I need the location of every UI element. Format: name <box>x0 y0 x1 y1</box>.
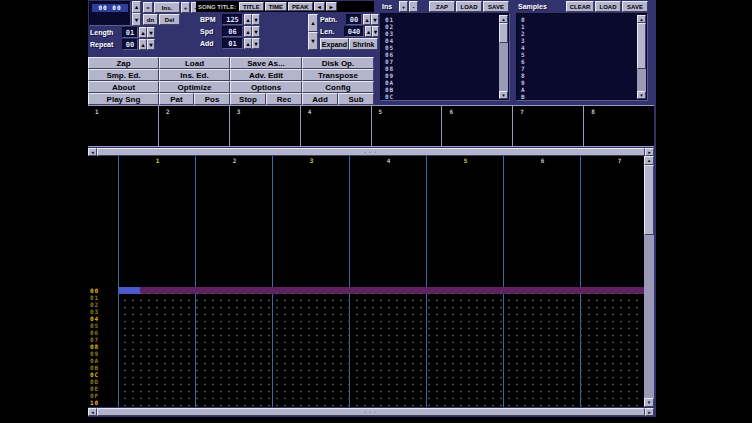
order-insert-button[interactable]: Ins. <box>154 2 180 13</box>
instrument-item[interactable]: 02 <box>385 23 394 30</box>
menu-smp-ed-button[interactable]: Smp. Ed. <box>88 69 159 81</box>
speed-down-button[interactable]: ▾ <box>252 26 260 37</box>
sample-item[interactable]: 8 <box>521 72 526 79</box>
menu-sub-button[interactable]: Sub <box>338 93 374 105</box>
sample-scroll-track[interactable] <box>637 23 646 91</box>
instrument-item[interactable]: 0B <box>385 86 394 93</box>
peak-tab-button[interactable]: PEAK <box>288 2 313 11</box>
instrument-scroll-thumb[interactable] <box>499 23 508 43</box>
tall-down-button[interactable]: ▾ <box>308 32 318 50</box>
title-next-button[interactable]: ▸ <box>326 2 337 11</box>
instrument-zap-button[interactable]: ZAP <box>429 1 455 12</box>
sample-item[interactable]: 2 <box>521 30 526 37</box>
pattern-number-down-button[interactable]: ▾ <box>371 14 379 25</box>
scroll-up-icon[interactable]: ▴ <box>644 156 654 165</box>
instrument-item[interactable]: 04 <box>385 37 394 44</box>
pattern-plus-button[interactable]: + <box>181 2 190 13</box>
order-scroll-down-button[interactable]: ▾ <box>132 13 141 26</box>
menu-play-position-button[interactable]: Pos <box>194 93 230 105</box>
title-prev-button[interactable]: ◂ <box>314 2 325 11</box>
menu-about-button[interactable]: About <box>88 81 159 93</box>
menu-transpose-button[interactable]: Transpose <box>302 69 374 81</box>
add-down-button[interactable]: ▾ <box>252 38 260 49</box>
channel-header[interactable]: 1 <box>119 157 196 165</box>
sample-item[interactable]: 7 <box>521 65 526 72</box>
instrument-item[interactable]: 0C <box>385 93 394 100</box>
repeat-up-button[interactable]: ▴ <box>139 39 147 50</box>
sample-list[interactable]: 0 1 2 3 4 5 6 7 8 9 A B ▴ ▾ <box>516 13 648 101</box>
scroll-up-icon[interactable]: ▴ <box>637 15 646 23</box>
menu-adv-edit-button[interactable]: Adv. Edit <box>230 69 302 81</box>
hscroll-thumb[interactable]: ··· <box>97 148 645 156</box>
tall-up-button[interactable]: ▴ <box>308 14 318 32</box>
menu-stop-button[interactable]: Stop <box>230 93 266 105</box>
instrument-item[interactable]: 01 <box>385 16 394 23</box>
sample-item[interactable]: 1 <box>521 23 526 30</box>
channel-scope[interactable]: 4 <box>301 106 372 146</box>
channel-header[interactable]: 6 <box>504 157 581 165</box>
sample-item[interactable]: A <box>521 86 526 93</box>
menu-save-as-button[interactable]: Save As... <box>230 57 302 69</box>
channel-scope[interactable]: 1 <box>88 106 159 146</box>
bpm-up-button[interactable]: ▴ <box>244 14 252 25</box>
menu-record-button[interactable]: Rec <box>266 93 302 105</box>
sample-item[interactable]: 9 <box>521 79 526 86</box>
scroll-up-icon[interactable]: ▴ <box>499 15 508 23</box>
sample-item[interactable]: 5 <box>521 51 526 58</box>
instrument-load-button[interactable]: LOAD <box>456 1 482 12</box>
sample-save-button[interactable]: SAVE <box>622 1 648 12</box>
pattern-hscrollbar-bottom[interactable]: ◂ ··· ▸ <box>88 408 654 416</box>
menu-play-pattern-button[interactable]: Pat <box>159 93 194 105</box>
order-list[interactable]: 00 00 <box>89 1 131 26</box>
instrument-plus-button[interactable]: + <box>399 1 408 12</box>
scroll-right-icon[interactable]: ▸ <box>645 148 654 156</box>
menu-play-song-button[interactable]: Play Sng <box>88 93 159 105</box>
sample-scrollbar[interactable]: ▴ ▾ <box>637 15 646 99</box>
sample-load-button[interactable]: LOAD <box>595 1 621 12</box>
length-up-button[interactable]: ▴ <box>139 27 147 38</box>
channel-scope[interactable]: 5 <box>372 106 443 146</box>
instrument-scrollbar[interactable]: ▴ ▾ <box>499 15 508 99</box>
instrument-item[interactable]: 03 <box>385 30 394 37</box>
menu-load-button[interactable]: Load <box>159 57 230 69</box>
menu-zap-button[interactable]: Zap <box>88 57 159 69</box>
expand-button[interactable]: Expand <box>320 38 349 50</box>
instrument-save-button[interactable]: SAVE <box>483 1 509 12</box>
channel-header[interactable]: 7 <box>581 157 644 165</box>
sample-item[interactable]: 3 <box>521 37 526 44</box>
instrument-minus-button[interactable]: - <box>409 1 418 12</box>
scroll-right-icon[interactable]: ▸ <box>645 408 654 416</box>
scroll-left-icon[interactable]: ◂ <box>88 148 97 156</box>
order-equals-button[interactable]: = <box>143 2 153 13</box>
menu-config-button[interactable]: Config <box>302 81 374 93</box>
sample-clear-button[interactable]: CLEAR <box>566 1 594 12</box>
channel-scope[interactable]: 3 <box>230 106 301 146</box>
order-delete-button[interactable]: Del <box>159 14 180 25</box>
channel-scope[interactable]: 2 <box>159 106 230 146</box>
title-tab-button[interactable]: TITLE <box>239 2 264 11</box>
order-entry[interactable]: 00 00 <box>92 4 128 12</box>
channel-scope[interactable]: 7 <box>513 106 584 146</box>
repeat-down-button[interactable]: ▾ <box>147 39 155 50</box>
instrument-scroll-track[interactable] <box>499 23 508 91</box>
instrument-item[interactable]: 06 <box>385 51 394 58</box>
sample-item[interactable]: B <box>521 93 526 100</box>
time-tab-button[interactable]: TIME <box>265 2 287 11</box>
shrink-button[interactable]: Shrink <box>349 38 378 50</box>
add-up-button[interactable]: ▴ <box>244 38 252 49</box>
pattern-hscrollbar-top[interactable]: ◂ ··· ▸ <box>88 148 654 156</box>
pattern-vscrollbar[interactable]: ▴ ▾ <box>644 156 654 407</box>
menu-disk-op-button[interactable]: Disk Op. <box>302 57 374 69</box>
channel-scope[interactable]: 6 <box>442 106 513 146</box>
pattern-editor[interactable]: 1 2 3 4 5 6 7 00 01 02 03 04 05 06 07 08 <box>88 156 644 407</box>
vscroll-thumb[interactable] <box>644 165 654 235</box>
scroll-down-icon[interactable]: ▾ <box>644 398 654 407</box>
instrument-list[interactable]: 01 02 03 04 05 06 07 08 09 0A 0B 0C ▴ ▾ <box>380 13 510 101</box>
channel-scope[interactable]: 8 <box>584 106 654 146</box>
instrument-item[interactable]: 0A <box>385 79 394 86</box>
pattern-cells[interactable] <box>119 287 644 407</box>
pattern-number-up-button[interactable]: ▴ <box>363 14 371 25</box>
order-scroll-up-button[interactable]: ▴ <box>132 1 141 13</box>
sample-item[interactable]: 4 <box>521 44 526 51</box>
scroll-down-icon[interactable]: ▾ <box>637 91 646 99</box>
